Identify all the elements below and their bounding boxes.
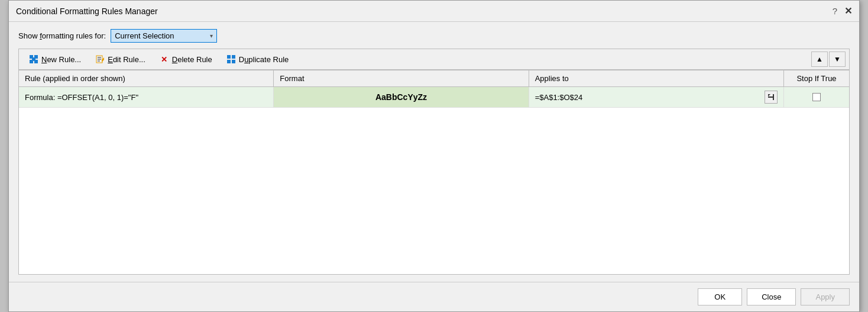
table-body: Formula: =OFFSET(A1, 0, 1)="F" AaBbCcYyZ… bbox=[19, 87, 849, 274]
svg-rect-13 bbox=[227, 60, 231, 63]
chevron-down-icon: ▾ bbox=[210, 33, 213, 39]
rule-formula: Formula: =OFFSET(A1, 0, 1)="F" bbox=[25, 93, 138, 102]
up-arrow-icon: ▲ bbox=[816, 55, 823, 63]
show-rules-label: Show formatting rules for: bbox=[18, 31, 106, 40]
duplicate-rule-button[interactable]: Duplicate Rule bbox=[220, 52, 296, 67]
down-arrow-icon: ▼ bbox=[834, 55, 841, 63]
duplicate-rule-icon bbox=[226, 54, 236, 64]
col-header-stop-if-true: Stop If True bbox=[784, 70, 849, 86]
rule-cell: Formula: =OFFSET(A1, 0, 1)="F" bbox=[19, 87, 274, 107]
edit-rule-button[interactable]: Edit Rule... bbox=[89, 52, 152, 67]
svg-marker-17 bbox=[768, 94, 770, 97]
applies-to-cell: =$A$1:$O$24 bbox=[529, 87, 784, 107]
rules-table: Rule (applied in order shown) Format App… bbox=[18, 70, 850, 275]
collapse-range-button[interactable] bbox=[765, 91, 778, 104]
table-row[interactable]: Formula: =OFFSET(A1, 0, 1)="F" AaBbCcYyZ… bbox=[19, 87, 849, 108]
format-preview: AaBbCcYyZz bbox=[274, 87, 528, 107]
delete-rule-label: Delete Rule bbox=[172, 55, 212, 64]
format-cell: AaBbCcYyZz bbox=[274, 87, 529, 107]
svg-rect-3 bbox=[34, 60, 38, 63]
col-header-applies-to: Applies to bbox=[529, 70, 784, 86]
svg-rect-2 bbox=[30, 60, 33, 63]
edit-rule-icon bbox=[95, 54, 105, 64]
svg-rect-14 bbox=[232, 60, 235, 63]
svg-rect-0 bbox=[30, 55, 33, 59]
delete-rule-icon: ✕ bbox=[160, 54, 169, 64]
stop-if-true-checkbox[interactable] bbox=[812, 93, 821, 101]
duplicate-rule-label: Duplicate Rule bbox=[239, 55, 289, 64]
toolbar: New Rule... Edit Rule... ✕ bbox=[18, 49, 850, 70]
move-up-button[interactable]: ▲ bbox=[811, 52, 828, 67]
new-rule-icon bbox=[29, 54, 38, 64]
dialog-body: Show formatting rules for: Current Selec… bbox=[9, 22, 859, 282]
dropdown-current-value: Current Selection bbox=[115, 31, 206, 40]
close-button[interactable]: ✕ bbox=[844, 5, 852, 17]
svg-rect-5 bbox=[32, 59, 35, 60]
svg-rect-12 bbox=[232, 55, 235, 59]
show-rules-row: Show formatting rules for: Current Selec… bbox=[18, 29, 850, 43]
ok-button[interactable]: OK bbox=[698, 288, 742, 305]
stop-if-true-cell bbox=[784, 87, 849, 107]
new-rule-button[interactable]: New Rule... bbox=[22, 52, 88, 67]
col-header-format: Format bbox=[274, 70, 529, 86]
edit-rule-label: Edit Rule... bbox=[108, 55, 145, 64]
applies-to-value: =$A$1:$O$24 bbox=[535, 93, 583, 102]
table-header: Rule (applied in order shown) Format App… bbox=[19, 70, 849, 87]
svg-rect-1 bbox=[34, 55, 38, 59]
title-bar-controls: ? ✕ bbox=[833, 5, 852, 17]
show-rules-dropdown[interactable]: Current Selection ▾ bbox=[111, 29, 217, 43]
new-rule-label: New Rule... bbox=[41, 55, 81, 64]
svg-rect-16 bbox=[773, 94, 774, 100]
title-bar: Conditional Formatting Rules Manager ? ✕ bbox=[9, 1, 859, 22]
close-dialog-button[interactable]: Close bbox=[747, 288, 796, 305]
delete-rule-button[interactable]: ✕ Delete Rule bbox=[153, 52, 219, 67]
col-header-rule: Rule (applied in order shown) bbox=[19, 70, 274, 86]
svg-rect-11 bbox=[227, 55, 231, 59]
move-down-button[interactable]: ▼ bbox=[829, 52, 846, 67]
help-button[interactable]: ? bbox=[833, 6, 837, 16]
dialog: Conditional Formatting Rules Manager ? ✕… bbox=[8, 0, 860, 312]
dialog-title: Conditional Formatting Rules Manager bbox=[16, 7, 158, 16]
apply-button[interactable]: Apply bbox=[801, 288, 850, 305]
dialog-footer: OK Close Apply bbox=[9, 282, 859, 311]
